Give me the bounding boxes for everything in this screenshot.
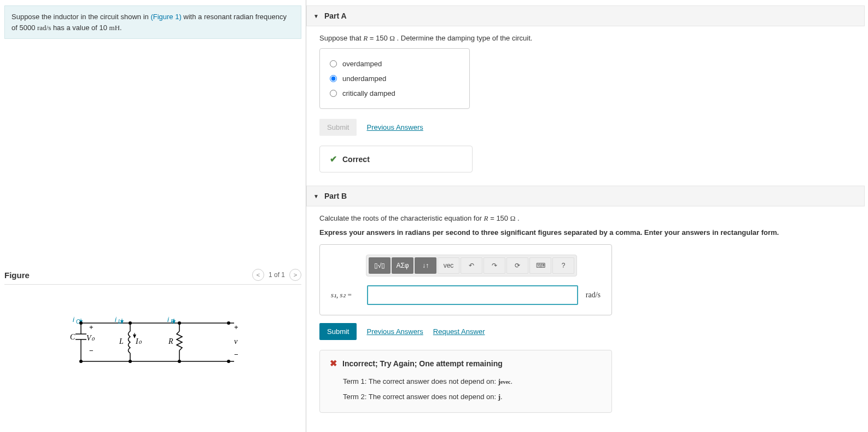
- ind-unit: mH: [109, 24, 120, 32]
- part-a-body: Suppose that R = 150 Ω . Determine the d…: [306, 26, 868, 186]
- tool-redo[interactable]: ↷: [483, 257, 505, 274]
- svg-text:−: −: [89, 347, 94, 355]
- svg-text:v: v: [234, 337, 238, 345]
- damping-options: overdamped underdamped critically damped: [319, 48, 470, 109]
- svg-text:i: i: [115, 315, 117, 324]
- term1-feedback: Term 1: The correct answer does not depe…: [330, 374, 602, 389]
- part-a-header[interactable]: ▼ Part A: [306, 5, 865, 26]
- part-b-prompt: Calculate the roots of the characteristi…: [319, 214, 868, 223]
- svg-text:L: L: [119, 337, 124, 345]
- svg-point-39: [79, 360, 83, 363]
- tool-vector[interactable]: vec: [438, 257, 459, 274]
- problem-text-end: .: [120, 24, 122, 32]
- collapse-icon: ▼: [313, 193, 319, 199]
- svg-point-36: [129, 321, 132, 325]
- submit-button-b[interactable]: Submit: [319, 323, 357, 340]
- answer-label: s₁, s₂ =: [331, 291, 362, 299]
- problem-text-mid2: has a value of 10: [51, 24, 109, 32]
- option-underdamped[interactable]: underdamped: [330, 71, 459, 86]
- answer-input[interactable]: [367, 285, 578, 305]
- svg-text:C: C: [70, 333, 75, 341]
- part-b-header[interactable]: ▼ Part B: [306, 186, 865, 206]
- svg-text:I₀: I₀: [135, 337, 142, 345]
- figure-section: Figure < 1 of 1 > C + V₀: [4, 269, 301, 374]
- svg-text:V₀: V₀: [86, 334, 95, 342]
- prev-answers-link-b[interactable]: Previous Answers: [366, 327, 423, 336]
- svg-text:L: L: [118, 319, 121, 325]
- svg-point-35: [79, 321, 83, 325]
- part-b-instruction: Express your answers in radians per seco…: [319, 228, 868, 237]
- part-b-actions: Submit Previous Answers Request Answer: [319, 323, 868, 340]
- freq-unit: rad/s: [37, 24, 51, 32]
- figure-link[interactable]: (Figure 1): [150, 13, 181, 21]
- option-overdamped[interactable]: overdamped: [330, 56, 459, 71]
- incorrect-title: Incorrect; Try Again; One attempt remain…: [342, 359, 503, 368]
- part-a-prompt: Suppose that R = 150 Ω . Determine the d…: [319, 34, 868, 43]
- request-answer-link[interactable]: Request Answer: [433, 327, 485, 336]
- problem-statement: Suppose the inductor in the circuit show…: [4, 5, 301, 39]
- left-column: Suppose the inductor in the circuit show…: [0, 0, 306, 432]
- answer-panel: ▯√▯ ΑΣφ ↓↑ vec ↶ ↷ ⟳ ⌨ ? s₁, s₂ = rad/s: [319, 244, 612, 315]
- answer-row: s₁, s₂ = rad/s: [331, 285, 601, 305]
- svg-text:−: −: [234, 350, 238, 359]
- answer-unit: rad/s: [586, 291, 601, 299]
- tool-template[interactable]: ▯√▯: [369, 257, 391, 274]
- figure-header: Figure < 1 of 1 >: [4, 269, 301, 285]
- tool-keyboard[interactable]: ⌨: [529, 257, 551, 274]
- figure-pager: < 1 of 1 >: [252, 269, 301, 281]
- problem-text: Suppose the inductor in the circuit show…: [11, 13, 150, 21]
- term2-feedback: Term 2: The correct answer does not depe…: [330, 389, 602, 405]
- radio-critically-damped[interactable]: [330, 90, 337, 97]
- equation-toolbar: ▯√▯ ΑΣφ ↓↑ vec ↶ ↷ ⟳ ⌨ ?: [366, 255, 577, 277]
- radio-overdamped[interactable]: [330, 60, 337, 67]
- x-icon: ✖: [330, 358, 337, 368]
- tool-greek[interactable]: ΑΣφ: [392, 257, 413, 274]
- feedback-correct: ✔ Correct: [319, 146, 473, 172]
- next-figure-button[interactable]: >: [289, 269, 301, 281]
- tool-reset[interactable]: ⟳: [506, 257, 528, 274]
- circuit-diagram: C + V₀ − iC L I₀ iL: [70, 312, 301, 374]
- part-b-body: Calculate the roots of the characteristi…: [306, 206, 868, 426]
- svg-point-41: [178, 360, 181, 363]
- tool-undo[interactable]: ↶: [461, 257, 482, 274]
- part-b-title: Part B: [324, 192, 347, 200]
- tool-help[interactable]: ?: [552, 257, 574, 274]
- svg-text:i: i: [167, 315, 170, 324]
- part-a-title: Part A: [324, 11, 347, 20]
- prev-answers-link-a[interactable]: Previous Answers: [366, 123, 423, 131]
- incorrect-title-row: ✖ Incorrect; Try Again; One attempt rema…: [330, 358, 602, 368]
- feedback-text: Correct: [342, 155, 370, 164]
- feedback-incorrect: ✖ Incorrect; Try Again; One attempt rema…: [319, 350, 612, 413]
- part-a-actions: Submit Previous Answers: [319, 119, 868, 136]
- svg-text:R: R: [168, 337, 173, 345]
- prev-figure-button[interactable]: <: [252, 269, 264, 281]
- collapse-icon: ▼: [313, 13, 319, 19]
- check-icon: ✔: [330, 154, 337, 164]
- submit-button-a: Submit: [319, 119, 357, 136]
- figure-title: Figure: [4, 270, 30, 280]
- svg-text:+: +: [89, 323, 94, 331]
- radio-underdamped[interactable]: [330, 75, 337, 82]
- option-critically-damped[interactable]: critically damped: [330, 86, 459, 101]
- tool-subscript[interactable]: ↓↑: [415, 257, 436, 274]
- svg-point-40: [129, 360, 132, 363]
- svg-text:+: +: [234, 323, 238, 331]
- pager-text: 1 of 1: [269, 271, 285, 279]
- svg-point-37: [178, 321, 181, 325]
- right-column: ▼ Part A Suppose that R = 150 Ω . Determ…: [306, 0, 868, 432]
- svg-text:i: i: [73, 315, 75, 324]
